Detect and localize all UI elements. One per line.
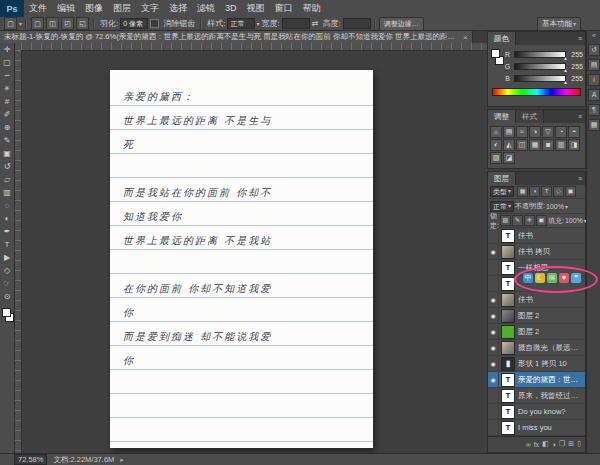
adjustment-layer-icon[interactable]: ◑ bbox=[552, 441, 556, 448]
layer-thumbnail[interactable] bbox=[501, 245, 515, 259]
navigator-panel-icon[interactable]: ▦ bbox=[588, 119, 600, 131]
filter-adjustment-icon[interactable]: ◑ bbox=[529, 186, 540, 197]
lasso-tool[interactable]: ∽ bbox=[0, 69, 14, 82]
layer-thumbnail[interactable]: T bbox=[501, 373, 515, 387]
layer-thumbnail[interactable] bbox=[501, 309, 515, 323]
hue-saturation-icon[interactable]: ◔ bbox=[555, 126, 567, 138]
layer-visibility-toggle[interactable] bbox=[488, 244, 499, 260]
layer-row[interactable]: 图层 2 bbox=[488, 324, 585, 340]
layer-effects-icon[interactable]: fx bbox=[534, 441, 539, 448]
black-white-icon[interactable]: ◐ bbox=[490, 139, 502, 151]
threshold-icon[interactable]: ◨ bbox=[568, 139, 580, 151]
link-layers-icon[interactable]: ∞ bbox=[526, 441, 531, 448]
layer-thumbnail[interactable] bbox=[501, 325, 515, 339]
layer-visibility-toggle[interactable] bbox=[488, 388, 499, 404]
layer-thumbnail[interactable]: T bbox=[501, 229, 515, 243]
menu-item[interactable]: 视图 bbox=[242, 0, 270, 17]
menu-item[interactable]: 文字 bbox=[136, 0, 164, 17]
workspace-switcher[interactable]: 基本功能 ▾ bbox=[537, 17, 581, 31]
menu-item[interactable]: 图层 bbox=[108, 0, 136, 17]
layer-thumbnail[interactable]: T bbox=[501, 261, 515, 275]
channel-slider[interactable] bbox=[514, 75, 566, 82]
info-panel-icon[interactable]: i bbox=[588, 74, 600, 86]
style-select[interactable]: 正常 bbox=[227, 18, 255, 29]
menu-item[interactable]: 窗口 bbox=[270, 0, 298, 17]
color-lookup-icon[interactable]: ▦ bbox=[529, 139, 541, 151]
expand-panels-icon[interactable]: « bbox=[587, 31, 600, 41]
tab-color[interactable]: 颜色 bbox=[488, 32, 516, 45]
layer-filter-select[interactable]: 类型 ▾ bbox=[490, 186, 514, 197]
brush-tool[interactable]: ✎ bbox=[0, 134, 14, 147]
channel-mixer-icon[interactable]: ◫ bbox=[516, 139, 528, 151]
width-input[interactable] bbox=[282, 18, 310, 29]
layer-visibility-toggle[interactable] bbox=[488, 372, 499, 388]
hand-tool[interactable]: ☞ bbox=[0, 277, 14, 290]
paragraph-panel-icon[interactable]: ¶ bbox=[588, 104, 600, 116]
channel-value[interactable]: 255 bbox=[569, 63, 583, 70]
layer-visibility-toggle[interactable] bbox=[488, 292, 499, 308]
filter-pixel-icon[interactable]: ▦ bbox=[517, 186, 528, 197]
lock-transparency-icon[interactable]: ▨ bbox=[500, 215, 511, 226]
layer-row[interactable]: T 佳书 bbox=[488, 228, 585, 244]
feather-input[interactable]: 0 像素 bbox=[120, 18, 148, 29]
layer-thumbnail[interactable]: T bbox=[501, 421, 515, 435]
channel-slider[interactable] bbox=[514, 63, 566, 70]
blur-tool[interactable]: ◌ bbox=[0, 199, 14, 212]
antialias-checkbox[interactable] bbox=[150, 19, 159, 28]
layer-mask-icon[interactable]: ◧ bbox=[542, 440, 549, 448]
layer-visibility-toggle[interactable] bbox=[488, 356, 499, 372]
path-selection-tool[interactable]: ▶ bbox=[0, 251, 14, 264]
refine-edge-button[interactable]: 调整边缘… bbox=[379, 17, 424, 31]
character-panel-icon[interactable]: A bbox=[588, 89, 600, 101]
brightness-contrast-icon[interactable]: ☼ bbox=[490, 126, 502, 138]
levels-icon[interactable]: ▤ bbox=[503, 126, 515, 138]
dodge-tool[interactable]: ◐ bbox=[0, 212, 14, 225]
lock-pixels-icon[interactable]: ✎ bbox=[512, 215, 523, 226]
tool-preset-caret-icon[interactable]: ▾ bbox=[19, 20, 22, 27]
foreground-color-swatch[interactable] bbox=[2, 308, 11, 317]
layer-row[interactable]: 图层 2 bbox=[488, 308, 585, 324]
layer-row[interactable]: T 原来，我曾经过你… bbox=[488, 388, 585, 404]
history-panel-icon[interactable]: ↺ bbox=[588, 44, 600, 56]
layer-visibility-toggle[interactable] bbox=[488, 276, 499, 292]
filter-shape-icon[interactable]: ◇ bbox=[553, 186, 564, 197]
canvas-area[interactable]: 亲爱的黛西：世界上最远的距离 不是生与死而是我站在你的面前 你却不知道我爱你世界… bbox=[14, 43, 487, 453]
fill-value[interactable]: 100% bbox=[565, 217, 583, 224]
color-spectrum-bar[interactable] bbox=[492, 88, 581, 96]
channel-value[interactable]: 255 bbox=[569, 75, 583, 82]
curves-icon[interactable]: ≈ bbox=[516, 126, 528, 138]
opacity-value[interactable]: 100% bbox=[546, 203, 564, 210]
lock-all-icon[interactable]: ▣ bbox=[536, 215, 547, 226]
properties-panel-icon[interactable]: ▤ bbox=[588, 59, 600, 71]
history-brush-tool[interactable]: ↺ bbox=[0, 160, 14, 173]
crop-tool[interactable]: # bbox=[0, 95, 14, 108]
height-input[interactable] bbox=[343, 18, 371, 29]
photo-filter-icon[interactable]: ◭ bbox=[503, 139, 515, 151]
layer-thumbnail[interactable] bbox=[501, 341, 515, 355]
tool-preset-icon[interactable]: ▢ bbox=[4, 17, 17, 30]
layer-thumbnail[interactable]: ▮ bbox=[501, 357, 515, 371]
layer-thumbnail[interactable]: T bbox=[501, 405, 515, 419]
pen-tool[interactable]: ✒ bbox=[0, 225, 14, 238]
selection-mode-icon[interactable]: ◱ bbox=[76, 17, 89, 30]
layer-thumbnail[interactable]: T bbox=[501, 389, 515, 403]
document-tab[interactable]: 未标题-1-恢复的-恢复的 @ 72.6%(亲爱的黛西：世界上最远的距离不是生与… bbox=[0, 31, 473, 43]
shape-tool[interactable]: ◇ bbox=[0, 264, 14, 277]
menu-item[interactable]: 文件 bbox=[24, 0, 52, 17]
menu-item[interactable]: 帮助 bbox=[298, 0, 326, 17]
panel-menu-icon[interactable]: ≡ bbox=[578, 175, 582, 182]
eraser-tool[interactable]: ▱ bbox=[0, 173, 14, 186]
tab-layers[interactable]: 图层 bbox=[488, 172, 516, 185]
layer-thumbnail[interactable]: T bbox=[501, 277, 515, 291]
layer-visibility-toggle[interactable] bbox=[488, 324, 499, 340]
layer-visibility-toggle[interactable] bbox=[488, 340, 499, 356]
zoom-level-input[interactable]: 72.58% bbox=[14, 454, 47, 465]
selection-mode-icon[interactable]: ▢ bbox=[31, 17, 44, 30]
type-tool[interactable]: T bbox=[0, 238, 14, 251]
layer-thumbnail[interactable] bbox=[501, 293, 515, 307]
vibrance-icon[interactable]: ▽ bbox=[542, 126, 554, 138]
color-balance-icon[interactable]: ◓ bbox=[568, 126, 580, 138]
close-icon[interactable]: × bbox=[463, 33, 468, 42]
swap-dimensions-icon[interactable]: ⇄ bbox=[312, 19, 319, 28]
gradient-map-icon[interactable]: ▨ bbox=[490, 152, 502, 164]
